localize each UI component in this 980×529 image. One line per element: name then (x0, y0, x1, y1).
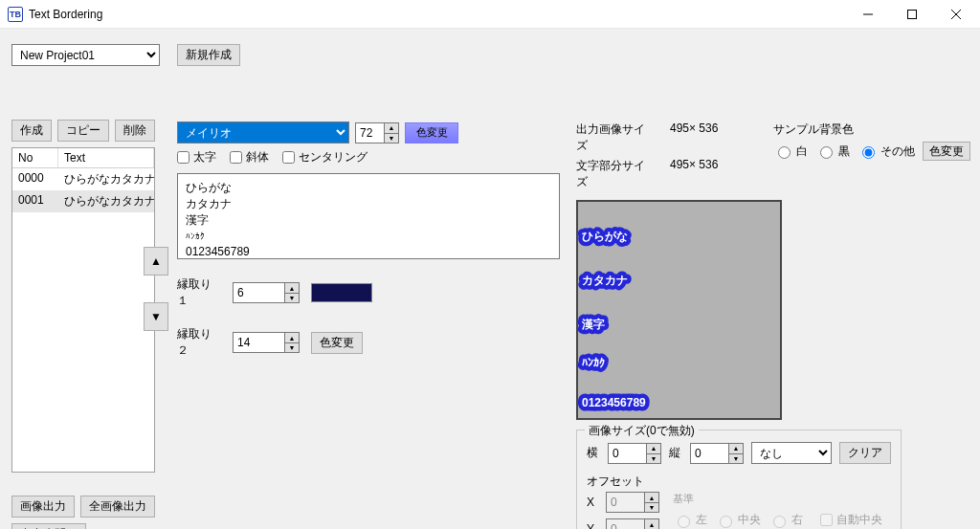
text-size-value: 495× 536 (670, 158, 718, 190)
preview-line: ﾊﾝｶｸ (582, 356, 605, 369)
close-button[interactable] (934, 0, 978, 29)
text-size-label: 文字部分サイズ (576, 158, 653, 190)
border1-down[interactable]: ▼ (284, 293, 300, 303)
bg-black-radio[interactable]: 黒 (815, 143, 850, 160)
delete-button[interactable]: 削除 (115, 120, 155, 142)
height-label: 縦 (669, 445, 682, 461)
bg-other-radio[interactable]: その他 (858, 143, 915, 160)
border2-up[interactable]: ▲ (284, 332, 300, 342)
font-size-input[interactable] (355, 122, 384, 143)
minimize-button[interactable] (846, 0, 890, 29)
preview-line: 0123456789 (582, 396, 646, 409)
export-all-button[interactable]: 全画像出力 (80, 496, 155, 518)
grid-header: No Text (12, 148, 154, 168)
image-size-legend: 画像サイズ(0で無効) (585, 423, 699, 439)
scale-mode-select[interactable]: なし (751, 442, 832, 464)
preview-line: ひらがな (582, 230, 628, 243)
project-select[interactable]: New Project01 (11, 44, 160, 66)
col-no: No (12, 148, 58, 167)
item-grid[interactable]: No Text 0000 ひらがなカタカナ 0001 ひらがなカタカナ (11, 147, 155, 473)
center-checkbox[interactable]: センタリング (282, 149, 368, 165)
border2-label: 縁取り２ (177, 326, 221, 359)
border1-size-input[interactable] (233, 282, 284, 303)
create-button[interactable]: 作成 (11, 120, 52, 142)
border2-size-input[interactable] (233, 332, 284, 353)
text-textarea[interactable]: ひらがな カタカナ 漢字 ﾊﾝｶｸ 0123456789 (177, 173, 560, 259)
bold-checkbox[interactable]: 太字 (177, 149, 216, 165)
offset-y-input[interactable] (606, 518, 644, 529)
font-size-down[interactable]: ▼ (384, 133, 399, 143)
offset-x-input[interactable] (606, 492, 644, 513)
table-row[interactable]: 0000 ひらがなカタカナ (12, 168, 154, 190)
width-input[interactable] (608, 443, 646, 464)
border1-label: 縁取り１ (177, 276, 221, 309)
titlebar: TB Text Bordering (0, 0, 980, 29)
border2-down[interactable]: ▼ (284, 342, 300, 353)
col-text: Text (58, 148, 154, 167)
height-input[interactable] (690, 443, 728, 464)
clear-size-button[interactable]: クリア (839, 442, 891, 464)
offset-y-label: Y (587, 522, 598, 529)
bg-color-button[interactable]: 色変更 (923, 142, 970, 161)
offset-label: オフセット (587, 474, 891, 490)
basis-x-auto[interactable]: 自動中央 (820, 512, 882, 528)
basis-label: 基準 (673, 492, 882, 506)
sample-bg-label: サンプル背景色 (773, 121, 970, 138)
window-title: Text Bordering (29, 8, 846, 21)
offset-x-label: X (587, 496, 598, 509)
width-label: 横 (587, 445, 600, 461)
basis-x-left[interactable]: 左 (673, 512, 707, 528)
font-size-up[interactable]: ▲ (384, 122, 399, 133)
preview-canvas: ひらがな カタカナ 漢字 ﾊﾝｶｸ 0123456789 (576, 200, 782, 420)
output-size-value: 495× 536 (670, 121, 718, 154)
maximize-button[interactable] (890, 0, 934, 29)
border2-color-button[interactable]: 色変更 (311, 332, 363, 354)
copy-button[interactable]: コピー (57, 120, 109, 142)
output-size-label: 出力画像サイズ (576, 121, 653, 154)
export-image-button[interactable]: 画像出力 (11, 496, 75, 518)
app-icon: TB (8, 7, 23, 22)
table-row[interactable]: 0001 ひらがなカタカナ (12, 190, 154, 212)
open-output-button[interactable]: 出力先開く (11, 523, 86, 529)
font-select[interactable]: メイリオ (177, 121, 349, 143)
border1-color-swatch[interactable] (311, 283, 372, 302)
move-down-button[interactable]: ▼ (144, 302, 168, 331)
preview-line: カタカナ (582, 274, 628, 287)
italic-checkbox[interactable]: 斜体 (230, 149, 269, 165)
preview-line: 漢字 (581, 318, 605, 331)
basis-x-right[interactable]: 右 (768, 512, 803, 528)
new-project-button[interactable]: 新規作成 (177, 44, 240, 66)
bg-white-radio[interactable]: 白 (773, 143, 808, 160)
font-color-button[interactable]: 色変更 (405, 122, 458, 143)
border1-up[interactable]: ▲ (284, 282, 300, 293)
move-up-button[interactable]: ▲ (144, 247, 168, 276)
svg-rect-1 (908, 10, 917, 18)
basis-x-center[interactable]: 中央 (715, 512, 761, 528)
